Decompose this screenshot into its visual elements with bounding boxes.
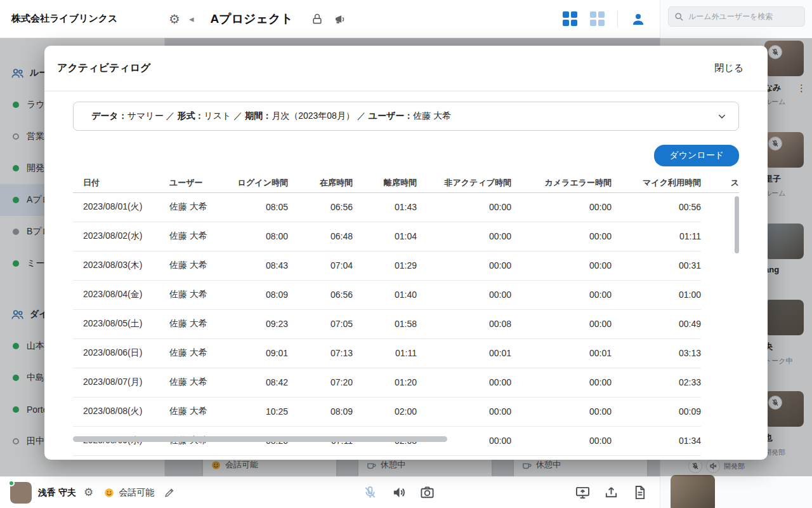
dialog-header: アクティビティログ 閉じる bbox=[44, 46, 768, 91]
online-status-dot bbox=[8, 480, 15, 486]
present-upload-button[interactable] bbox=[604, 485, 619, 500]
top-bar: 株式会社ライブリンクス ⚙ ◂ Aプロジェクト bbox=[0, 0, 660, 38]
document-button[interactable] bbox=[632, 485, 647, 500]
table-row: 2023/08/02(水)佐藤 大希08:0006:4801:0400:0000… bbox=[73, 222, 739, 251]
table-row: 2023/08/03(木)佐藤 大希08:4307:0401:2900:0000… bbox=[73, 251, 739, 280]
status-smile-icon bbox=[103, 487, 115, 498]
time-cell: 01:34 bbox=[612, 426, 701, 455]
bottom-bar: 浅香 守夫 ⚙ 会話可能 bbox=[0, 476, 660, 508]
column-header: ス bbox=[701, 173, 739, 192]
time-cell: 00:00 bbox=[417, 251, 511, 280]
my-settings-gear-icon[interactable]: ⚙ bbox=[84, 487, 93, 498]
layout-table-view-button[interactable] bbox=[590, 11, 605, 26]
filter-dropdown[interactable]: データ：サマリー ／ 形式：リスト ／ 期間：月次（2023年08月） ／ ユー… bbox=[73, 102, 739, 131]
time-cell: 08:09 bbox=[233, 280, 288, 309]
my-status-label[interactable]: 会話可能 bbox=[119, 487, 154, 498]
lock-icon[interactable] bbox=[311, 13, 324, 25]
mic-off-button[interactable] bbox=[363, 485, 377, 500]
time-cell: 07:13 bbox=[288, 338, 353, 368]
time-cell: 01:58 bbox=[353, 309, 417, 338]
time-cell: 00:00 bbox=[511, 192, 612, 222]
column-header: ログイン時間 bbox=[233, 173, 288, 192]
column-header: 在席時間 bbox=[288, 173, 353, 192]
time-cell: 09:23 bbox=[233, 309, 288, 338]
date-cell: 2023/08/05(土) bbox=[73, 309, 169, 338]
date-cell: 2023/08/06(日) bbox=[73, 338, 169, 368]
user-cell: 佐藤 大希 bbox=[169, 251, 233, 280]
time-cell: 00:00 bbox=[511, 309, 612, 338]
edit-status-pencil-icon[interactable] bbox=[164, 487, 175, 498]
time-cell: 07:05 bbox=[288, 309, 353, 338]
time-cell: 06:56 bbox=[288, 280, 353, 309]
profile-button[interactable] bbox=[631, 11, 646, 27]
download-button[interactable]: ダウンロード bbox=[654, 145, 739, 166]
time-cell: 02:00 bbox=[353, 397, 417, 426]
horizontal-scrollbar[interactable] bbox=[73, 436, 447, 442]
close-button[interactable]: 閉じる bbox=[714, 62, 743, 74]
time-cell: 00:00 bbox=[511, 397, 612, 426]
megaphone-icon[interactable] bbox=[334, 13, 347, 25]
filter-summary: データ：サマリー ／ 形式：リスト ／ 期間：月次（2023年08月） ／ ユー… bbox=[91, 110, 451, 122]
column-header: 日付 bbox=[73, 173, 169, 192]
time-cell: 01:11 bbox=[612, 222, 701, 251]
user-search-box[interactable] bbox=[668, 6, 805, 27]
avatar bbox=[671, 475, 715, 508]
time-cell: 07:04 bbox=[288, 251, 353, 280]
user-cell: 佐藤 大希 bbox=[169, 192, 233, 222]
time-cell: 08:09 bbox=[288, 397, 353, 426]
date-cell: 2023/08/04(金) bbox=[73, 280, 169, 309]
camera-button[interactable] bbox=[420, 485, 435, 500]
time-cell: 09:01 bbox=[233, 338, 288, 368]
table-row: 2023/08/07(月)佐藤 大希08:4207:2001:2000:0000… bbox=[73, 368, 739, 397]
time-cell: 00:00 bbox=[417, 192, 511, 222]
collapse-chevron-icon[interactable]: ◂ bbox=[189, 13, 194, 25]
topbar-divider bbox=[617, 11, 618, 27]
time-cell: 00:31 bbox=[612, 251, 701, 280]
time-cell: 00:49 bbox=[612, 309, 701, 338]
table-row: 2023/08/01(火)佐藤 大希08:0506:5601:4300:0000… bbox=[73, 192, 739, 222]
column-header: ユーザー bbox=[169, 173, 233, 192]
vertical-scrollbar[interactable] bbox=[735, 196, 739, 253]
activity-table-container: 日付ユーザーログイン時間在席時間離席時間非アクティブ時間カメラエラー時間マイク利… bbox=[73, 173, 739, 456]
my-avatar bbox=[10, 482, 32, 504]
time-cell: 00:09 bbox=[612, 397, 701, 426]
time-cell: 00:08 bbox=[417, 309, 511, 338]
search-icon bbox=[674, 12, 684, 22]
search-input[interactable] bbox=[688, 12, 799, 21]
column-header: マイク利用時間 bbox=[612, 173, 701, 192]
time-cell: 07:20 bbox=[288, 368, 353, 397]
table-head-row: 日付ユーザーログイン時間在席時間離席時間非アクティブ時間カメラエラー時間マイク利… bbox=[73, 173, 739, 192]
user-cell: 佐藤 大希 bbox=[169, 368, 233, 397]
table-row: 2023/08/04(金)佐藤 大希08:0906:5601:4000:0000… bbox=[73, 280, 739, 309]
date-cell: 2023/08/08(火) bbox=[73, 397, 169, 426]
table-row: 2023/08/06(日)佐藤 大希09:0107:1301:1100:0100… bbox=[73, 338, 739, 368]
user-cell: 佐藤 大希 bbox=[169, 280, 233, 309]
time-cell: 01:40 bbox=[353, 280, 417, 309]
my-user-name: 浅香 守夫 bbox=[38, 487, 76, 498]
user-card[interactable] bbox=[671, 475, 753, 508]
time-cell: 08:42 bbox=[233, 368, 288, 397]
time-cell: 00:56 bbox=[612, 192, 701, 222]
time-cell: 03:13 bbox=[612, 338, 701, 368]
user-cell: 佐藤 大希 bbox=[169, 309, 233, 338]
time-cell: 00:00 bbox=[511, 426, 612, 455]
layout-grid-view-button[interactable] bbox=[563, 11, 577, 26]
time-cell: 02:33 bbox=[612, 368, 701, 397]
column-header: 非アクティブ時間 bbox=[417, 173, 511, 192]
date-cell: 2023/08/02(水) bbox=[73, 222, 169, 251]
screen-share-button[interactable] bbox=[575, 485, 590, 500]
date-cell: 2023/08/03(木) bbox=[73, 251, 169, 280]
speaker-button[interactable] bbox=[391, 485, 406, 500]
date-cell: 2023/08/01(火) bbox=[73, 192, 169, 222]
time-cell: 00:00 bbox=[511, 222, 612, 251]
activity-table: 日付ユーザーログイン時間在席時間離席時間非アクティブ時間カメラエラー時間マイク利… bbox=[73, 173, 739, 456]
time-cell: 06:48 bbox=[288, 222, 353, 251]
column-header: 離席時間 bbox=[353, 173, 417, 192]
dialog-title: アクティビティログ bbox=[57, 62, 150, 75]
table-row: 2023/08/08(火)佐藤 大希10:2508:0902:0000:0000… bbox=[73, 397, 739, 426]
time-cell: 08:05 bbox=[233, 192, 288, 222]
user-cell: 佐藤 大希 bbox=[169, 397, 233, 426]
time-cell: 00:00 bbox=[511, 251, 612, 280]
time-cell: 00:00 bbox=[511, 368, 612, 397]
workspace-settings-gear-icon[interactable]: ⚙ bbox=[169, 13, 180, 25]
